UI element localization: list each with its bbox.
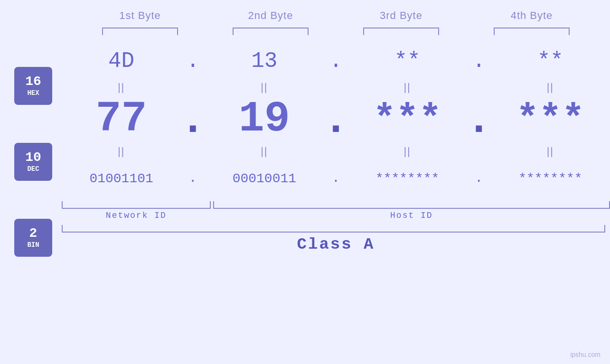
bracket-cell-1 bbox=[75, 27, 206, 36]
bracket-cell-2 bbox=[206, 27, 336, 36]
bracket-cell-4 bbox=[467, 27, 597, 36]
dec-dot1: . bbox=[181, 99, 205, 140]
main-container: 1st Byte 2nd Byte 3rd Byte 4th Byte 16 H… bbox=[0, 0, 610, 364]
equals-row-2: || || || || bbox=[62, 143, 610, 159]
top-brackets bbox=[75, 27, 597, 36]
byte2-header: 2nd Byte bbox=[206, 9, 336, 22]
dec-b4-value: *** bbox=[516, 98, 584, 141]
class-label: Class A bbox=[297, 235, 375, 253]
hex-b4-cell: ** bbox=[491, 49, 610, 74]
hex-dot2: . bbox=[324, 50, 348, 72]
data-rows: 4D . 13 . ** . ** bbox=[62, 38, 610, 253]
hex-b2-value: 13 bbox=[251, 49, 277, 74]
hex-b1-value: 4D bbox=[108, 49, 134, 74]
badges-column: 16 HEX 10 DEC 2 BIN bbox=[0, 38, 62, 276]
bin-b1-cell: 01001101 bbox=[62, 171, 181, 186]
bin-b4-value: ******** bbox=[518, 171, 582, 186]
eq2-b4-val: || bbox=[491, 145, 610, 158]
hex-badge-num: 16 bbox=[25, 75, 41, 88]
bin-row: 01001101 . 00010011 . ******** . bbox=[62, 159, 610, 197]
hex-b1-cell: 4D bbox=[62, 49, 181, 74]
dec-dot2: . bbox=[324, 99, 348, 140]
dec-b2-value: 19 bbox=[239, 95, 290, 143]
hex-dot1: . bbox=[181, 50, 205, 72]
hex-b3-cell: ** bbox=[348, 49, 467, 74]
bin-dot3: . bbox=[467, 172, 491, 185]
top-bracket-1 bbox=[102, 28, 178, 35]
bin-b3-value: ******** bbox=[375, 171, 439, 186]
network-bracket bbox=[62, 201, 211, 209]
bin-b2-value: 00010011 bbox=[233, 171, 296, 186]
byte3-header: 3rd Byte bbox=[336, 9, 467, 22]
class-bracket bbox=[62, 225, 605, 233]
eq2-b2-val: || bbox=[205, 145, 324, 158]
bracket-cell-3 bbox=[336, 27, 467, 36]
byte-headers: 1st Byte 2nd Byte 3rd Byte 4th Byte bbox=[75, 9, 597, 22]
watermark: ipshu.com bbox=[570, 351, 601, 358]
hex-b2-cell: 13 bbox=[205, 49, 324, 74]
class-label-container: Class A bbox=[62, 235, 610, 253]
dec-b1-value: 77 bbox=[96, 95, 147, 143]
hex-badge: 16 HEX bbox=[14, 67, 52, 105]
bottom-brackets-container bbox=[62, 201, 610, 209]
bin-badge-num: 2 bbox=[29, 227, 38, 240]
eq1-b2-val: || bbox=[205, 81, 324, 93]
eq2-b2: || bbox=[205, 145, 324, 158]
dec-b3-value: *** bbox=[373, 98, 441, 141]
bottom-labels: Network ID Host ID bbox=[62, 211, 610, 220]
eq2-b1: || bbox=[62, 145, 181, 158]
network-id-label: Network ID bbox=[62, 211, 211, 220]
bin-badge-label: BIN bbox=[27, 241, 39, 249]
hex-b3-value: ** bbox=[394, 49, 421, 74]
eq1-b3: || bbox=[348, 81, 467, 93]
eq1-b2: || bbox=[205, 81, 324, 93]
hex-dot3: . bbox=[467, 50, 491, 72]
eq1-b1: || bbox=[62, 81, 181, 93]
byte1-header: 1st Byte bbox=[75, 9, 206, 22]
dec-row: 77 . 19 . *** . *** bbox=[62, 95, 610, 143]
eq2-b1-val: || bbox=[62, 145, 181, 158]
bin-dot1: . bbox=[181, 172, 205, 185]
dec-b1-cell: 77 bbox=[62, 95, 181, 143]
top-bracket-4 bbox=[494, 28, 570, 35]
dec-badge: 10 DEC bbox=[14, 143, 52, 181]
byte4-header: 4th Byte bbox=[467, 9, 597, 22]
content-area: 16 HEX 10 DEC 2 BIN 4D . bbox=[0, 38, 610, 364]
dec-badge-num: 10 bbox=[25, 151, 41, 164]
hex-badge-label: HEX bbox=[27, 89, 39, 97]
eq2-b4: || bbox=[491, 145, 610, 158]
bin-badge: 2 BIN bbox=[14, 219, 52, 257]
top-bracket-3 bbox=[363, 28, 439, 35]
eq2-b3-val: || bbox=[348, 145, 467, 158]
top-bracket-2 bbox=[233, 28, 309, 35]
bin-b1-value: 01001101 bbox=[89, 171, 153, 186]
dec-b2-cell: 19 bbox=[205, 95, 324, 143]
bin-dot2: . bbox=[324, 172, 348, 185]
host-id-label: Host ID bbox=[213, 211, 610, 220]
eq1-b4: || bbox=[491, 81, 610, 93]
hex-b4-value: ** bbox=[537, 49, 563, 74]
eq1-b4-val: || bbox=[491, 81, 610, 93]
eq1-b3-val: || bbox=[348, 81, 467, 93]
eq1-b1-val: || bbox=[62, 81, 181, 93]
equals-row-1: || || || || bbox=[62, 79, 610, 95]
bin-b4-cell: ******** bbox=[491, 171, 610, 186]
bin-b2-cell: 00010011 bbox=[205, 171, 324, 186]
bin-b3-cell: ******** bbox=[348, 171, 467, 186]
dec-b3-cell: *** bbox=[348, 98, 467, 141]
dec-badge-label: DEC bbox=[27, 165, 39, 173]
eq2-b3: || bbox=[348, 145, 467, 158]
dec-dot3: . bbox=[467, 99, 491, 140]
dec-b4-cell: *** bbox=[491, 98, 610, 141]
host-bracket bbox=[213, 201, 610, 209]
hex-row: 4D . 13 . ** . ** bbox=[62, 43, 610, 79]
